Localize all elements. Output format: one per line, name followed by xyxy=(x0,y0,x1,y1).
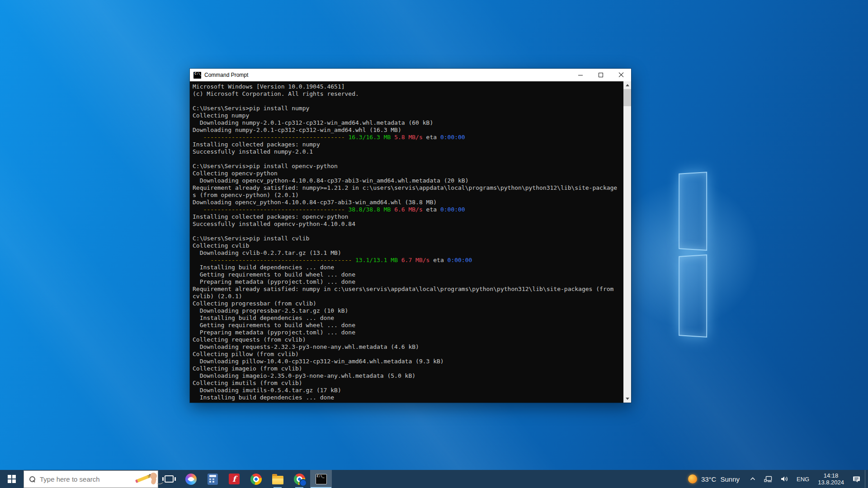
windows-start-icon xyxy=(8,475,16,483)
maximize-icon xyxy=(599,73,603,77)
taskbar-app-task-view[interactable] xyxy=(158,470,180,488)
terminal-line: Collecting cvlib xyxy=(193,242,622,249)
terminal-line: Installing collected packages: numpy xyxy=(193,141,622,148)
terminal-line: Getting requirements to build wheel ... … xyxy=(193,322,622,329)
task-view-icon xyxy=(165,475,174,483)
tray-overflow-button[interactable] xyxy=(745,470,760,488)
terminal-line: C:\Users\Servis>pip install cvlib xyxy=(193,235,622,242)
action-center-button[interactable] xyxy=(849,470,865,488)
notification-icon xyxy=(853,475,861,483)
search-input[interactable] xyxy=(40,475,130,483)
language-indicator[interactable]: ENG xyxy=(793,470,813,488)
clock-time: 14:18 xyxy=(824,472,839,479)
windows-logo-pane-bottom xyxy=(679,254,707,338)
taskbar-app-red-f-app[interactable]: f xyxy=(223,470,245,488)
terminal-line: Successfully installed opencv-python-4.1… xyxy=(193,221,622,228)
terminal-line: Collecting requests (from cvlib) xyxy=(193,336,622,343)
terminal-line: (c) Microsoft Corporation. All rights re… xyxy=(193,90,622,98)
network-button[interactable] xyxy=(760,470,776,488)
window-titlebar[interactable]: C:\_ Command Prompt xyxy=(190,69,631,81)
scrollbar-thumb[interactable] xyxy=(623,89,631,106)
terminal-line: C:\Users\Servis>pip install numpy xyxy=(193,105,622,112)
sun-icon xyxy=(688,474,697,483)
system-tray: 33°C Sunny ENG xyxy=(682,470,868,488)
close-button[interactable] xyxy=(611,69,631,81)
terminal-line: Preparing metadata (pyproject.toml) ... … xyxy=(193,329,622,336)
taskbar-app-buttons: fC:\_ xyxy=(158,470,332,488)
terminal-line: Downloading requests-2.32.3-py3-none-any… xyxy=(193,343,622,351)
terminal-line: Downloading numpy-2.0.1-cp312-cp312-win_… xyxy=(193,119,622,127)
terminal-line: s (from opencv-python) (2.0.1) xyxy=(193,192,622,199)
terminal-line xyxy=(193,228,622,235)
chevron-up-icon xyxy=(750,476,756,482)
terminal-line: ----------------------------------------… xyxy=(193,134,622,141)
scroll-down-button[interactable] xyxy=(623,395,631,403)
minimize-button[interactable] xyxy=(570,69,590,81)
taskbar-app-chrome-profile[interactable] xyxy=(288,470,310,488)
terminal-line: Collecting numpy xyxy=(193,112,622,119)
terminal-line: ----------------------------------------… xyxy=(193,206,622,213)
taskbar: fC:\_ 33°C Sunny xyxy=(0,470,868,488)
terminal-line: Downloading imutils-0.5.4.tar.gz (17 kB) xyxy=(193,387,622,394)
terminal-line: Downloading pillow-10.4.0-cp312-cp312-wi… xyxy=(193,358,622,365)
terminal-line: Downloading imageio-2.35.0-py3-none-any.… xyxy=(193,372,622,380)
terminal-line: C:\Users\Servis>pip install opencv-pytho… xyxy=(193,163,622,170)
clock-date: 13.8.2024 xyxy=(818,479,844,486)
terminal-line: Downloading numpy-2.0.1-cp312-cp312-win_… xyxy=(193,127,622,134)
copilot-icon xyxy=(185,474,197,485)
terminal-line: Downloading opencv_python-4.10.0.84-cp37… xyxy=(193,199,622,206)
terminal-line: Successfully installed numpy-2.0.1 xyxy=(193,148,622,155)
weather-widget[interactable]: 33°C Sunny xyxy=(682,470,745,488)
terminal-line: Installing build dependencies ... done xyxy=(193,314,622,322)
taskbar-app-copilot[interactable] xyxy=(180,470,202,488)
terminal-line: cvlib) (2.0.1) xyxy=(193,293,622,300)
terminal-line xyxy=(193,155,622,163)
scroll-up-button[interactable] xyxy=(623,81,631,89)
weather-temperature: 33°C xyxy=(701,475,717,483)
command-prompt-window: C:\_ Command Prompt Microsoft Windows [V… xyxy=(190,69,631,403)
command-prompt-icon: C:\_ xyxy=(193,72,201,79)
scroll-up-icon xyxy=(626,84,629,86)
terminal-line: Collecting imutils (from cvlib) xyxy=(193,380,622,387)
speaker-icon xyxy=(780,475,788,483)
taskbar-app-chrome[interactable] xyxy=(245,470,267,488)
terminal-line: Installing collected packages: opencv-py… xyxy=(193,213,622,221)
terminal-line: Preparing metadata (pyproject.toml) ... … xyxy=(193,278,622,286)
taskbar-app-command-prompt[interactable]: C:\_ xyxy=(310,470,332,488)
terminal-line: Installing build dependencies ... done xyxy=(193,394,622,401)
chrome-icon xyxy=(250,474,262,485)
show-desktop-button[interactable] xyxy=(865,470,868,488)
chrome-profile-icon xyxy=(294,474,305,485)
maximize-button[interactable] xyxy=(590,69,611,81)
taskbar-app-file-explorer[interactable] xyxy=(267,470,288,488)
terminal-line: Downloading cvlib-0.2.7.tar.gz (13.1 MB) xyxy=(193,249,622,257)
close-icon xyxy=(618,72,624,78)
taskbar-search-box[interactable] xyxy=(24,470,158,488)
terminal-line: ----------------------------------------… xyxy=(193,257,622,264)
search-icon xyxy=(29,476,35,482)
taskbar-clock[interactable]: 14:18 13.8.2024 xyxy=(813,470,849,488)
taskbar-app-calculator[interactable] xyxy=(202,470,223,488)
windows-logo-pane-top xyxy=(679,172,707,251)
file-explorer-icon xyxy=(272,476,283,484)
terminal-line: Downloading opencv_python-4.10.0.84-cp37… xyxy=(193,177,622,184)
terminal-line: Collecting opencv-python xyxy=(193,170,622,177)
red-f-app-icon: f xyxy=(229,474,240,484)
terminal-line: Requirement already satisfied: numpy in … xyxy=(193,286,622,293)
terminal-line: Collecting pillow (from cvlib) xyxy=(193,351,622,358)
terminal-line: Requirement already satisfied: numpy>=1.… xyxy=(193,184,622,192)
start-button[interactable] xyxy=(0,470,24,488)
terminal-line: Downloading progressbar-2.5.tar.gz (10 k… xyxy=(193,307,622,314)
terminal-scrollbar[interactable] xyxy=(623,81,631,403)
volume-button[interactable] xyxy=(776,470,793,488)
terminal-line: Getting requirements to build wheel ... … xyxy=(193,271,622,278)
weather-condition: Sunny xyxy=(720,475,740,483)
window-title: Command Prompt xyxy=(204,72,248,78)
calculator-icon xyxy=(208,474,218,485)
terminal-line: Installing build dependencies ... done xyxy=(193,264,622,271)
minimize-icon xyxy=(578,75,583,75)
terminal-output[interactable]: Microsoft Windows [Version 10.0.19045.46… xyxy=(190,81,631,403)
terminal-line: Collecting progressbar (from cvlib) xyxy=(193,300,622,307)
terminal-line xyxy=(193,98,622,105)
terminal-line: Microsoft Windows [Version 10.0.19045.46… xyxy=(193,83,622,90)
